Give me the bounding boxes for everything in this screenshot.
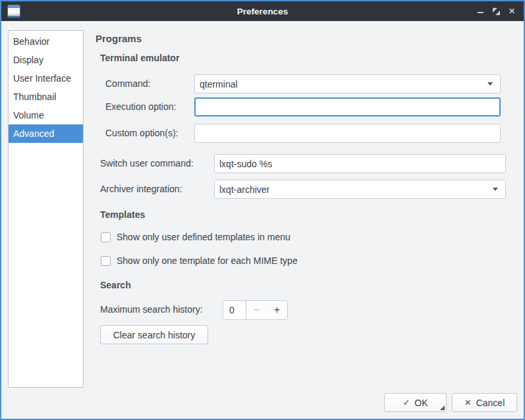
one-template-per-mime-checkbox-row[interactable]: Show only one template for each MIME typ…	[101, 255, 298, 266]
sidebar-item-display[interactable]: Display	[9, 51, 83, 69]
command-value: qterminal	[200, 79, 487, 90]
clear-search-history-label: Clear search history	[113, 330, 196, 340]
ok-button-label: OK	[414, 398, 428, 408]
command-combobox[interactable]: qterminal	[194, 74, 501, 93]
programs-heading: Programs	[96, 33, 142, 44]
search-heading: Search	[100, 280, 131, 290]
one-template-per-mime-label: Show only one template for each MIME typ…	[117, 255, 298, 266]
ok-button[interactable]: ✓ OK	[384, 393, 447, 412]
switch-user-command-label: Switch user command:	[100, 154, 194, 173]
minimize-icon	[478, 12, 484, 13]
sidebar-item-advanced[interactable]: Advanced	[9, 124, 83, 143]
checkbox-icon[interactable]	[101, 232, 111, 242]
titlebar[interactable]: Preferences ✕	[1, 1, 524, 21]
titlebar-buttons: ✕	[472, 1, 520, 21]
command-label: Command:	[105, 74, 150, 93]
sidebar-item-thumbnail[interactable]: Thumbnail	[9, 88, 83, 106]
preferences-window: Preferences ✕ Behavior Display User Inte…	[0, 0, 525, 420]
default-button-indicator	[440, 406, 445, 410]
spin-increment-button[interactable]: +	[267, 301, 287, 319]
templates-heading: Templates	[100, 209, 145, 220]
sidebar-item-volume[interactable]: Volume	[9, 106, 83, 124]
dialog-content: Behavior Display User Interface Thumbnai…	[1, 21, 524, 419]
close-icon: ✕	[509, 7, 515, 16]
chevron-down-icon	[493, 188, 498, 191]
execution-option-label: Execution option:	[105, 97, 176, 117]
switch-user-command-input[interactable]	[214, 154, 506, 173]
custom-options-label: Custom option(s):	[105, 124, 178, 143]
execution-option-input[interactable]	[194, 97, 501, 117]
archiver-integration-value: lxqt-archiver	[219, 184, 493, 195]
maximize-icon	[493, 8, 500, 15]
sidebar-item-user-interface[interactable]: User Interface	[9, 69, 83, 88]
checkbox-icon[interactable]	[101, 256, 111, 266]
archiver-integration-combobox[interactable]: lxqt-archiver	[214, 180, 506, 199]
max-search-history-label: Maximum search history:	[100, 300, 203, 319]
cancel-button-label: Cancel	[476, 398, 505, 408]
show-user-templates-checkbox-row[interactable]: Show only user defined templates in menu	[101, 232, 290, 242]
window-title: Preferences	[1, 7, 524, 16]
spin-decrement-button[interactable]: −	[246, 301, 267, 319]
archiver-integration-label: Archiver integration:	[100, 180, 182, 199]
max-search-history-spinbox[interactable]: 0 − +	[223, 300, 288, 320]
sidebar: Behavior Display User Interface Thumbnai…	[8, 30, 84, 388]
custom-options-input[interactable]	[194, 124, 501, 143]
sidebar-item-behavior[interactable]: Behavior	[9, 32, 83, 51]
cross-icon: ✕	[464, 398, 472, 407]
max-search-history-value[interactable]: 0	[223, 301, 246, 319]
check-icon: ✓	[402, 398, 410, 407]
terminal-emulator-heading: Terminal emulator	[100, 53, 179, 63]
maximize-button[interactable]	[488, 3, 504, 19]
clear-search-history-button[interactable]: Clear search history	[100, 325, 208, 344]
show-user-templates-label: Show only user defined templates in menu	[117, 232, 290, 242]
close-button[interactable]: ✕	[504, 3, 520, 19]
minimize-button[interactable]	[472, 3, 488, 19]
chevron-down-icon	[487, 82, 493, 86]
cancel-button[interactable]: ✕ Cancel	[452, 393, 517, 412]
